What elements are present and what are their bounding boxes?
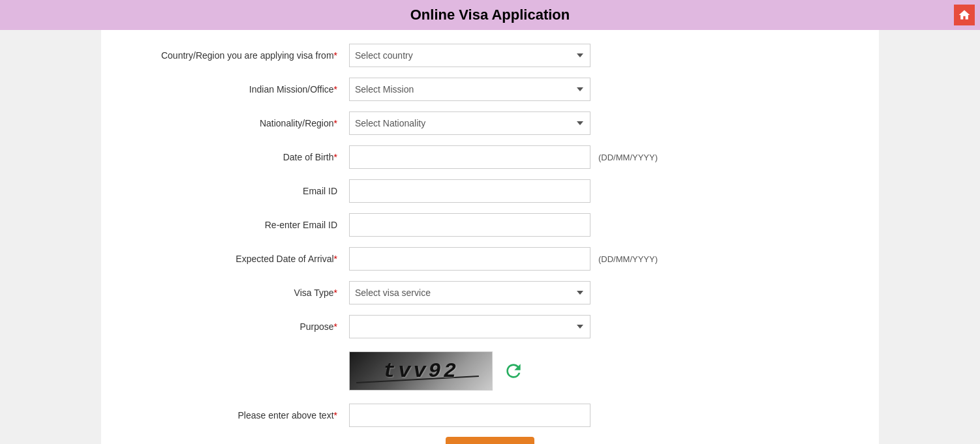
visa-type-label: Visa Type* — [101, 287, 349, 299]
arrival-input[interactable] — [349, 247, 590, 271]
country-label: Country/Region you are applying visa fro… — [101, 50, 349, 61]
captcha-text: tvv92 — [383, 359, 459, 383]
continue-button[interactable]: Continue — [446, 437, 534, 444]
captcha-input-label: Please enter above text* — [101, 409, 349, 421]
captcha-refresh-icon[interactable] — [503, 361, 524, 381]
nationality-label: Nationality/Region* — [101, 117, 349, 129]
captcha-input-row: Please enter above text* — [101, 403, 879, 428]
captcha-input[interactable] — [349, 404, 590, 427]
captcha-image-row: tvv92 — [101, 348, 879, 394]
visa-type-select[interactable]: Select visa service — [349, 281, 590, 304]
dob-suffix: (DD/MM/YYYY) — [598, 153, 658, 162]
home-icon[interactable] — [954, 5, 975, 25]
email-label: Email ID — [101, 185, 349, 197]
continue-row: Continue — [101, 437, 879, 444]
purpose-row: Purpose* — [101, 314, 879, 339]
country-row: Country/Region you are applying visa fro… — [101, 43, 879, 68]
page-title: Online Visa Application — [410, 7, 570, 23]
dob-label: Date of Birth* — [101, 151, 349, 163]
email-input[interactable] — [349, 179, 590, 203]
dob-input[interactable] — [349, 145, 590, 169]
header-bar: Online Visa Application — [0, 0, 980, 30]
mission-label: Indian Mission/Office* — [101, 83, 349, 95]
nationality-row: Nationality/Region* Select Nationality — [101, 111, 879, 136]
captcha-image: tvv92 — [349, 351, 493, 391]
visa-type-row: Visa Type* Select visa service — [101, 280, 879, 305]
arrival-suffix: (DD/MM/YYYY) — [598, 254, 658, 264]
arrival-label: Expected Date of Arrival* — [101, 253, 349, 265]
email-row: Email ID — [101, 179, 879, 203]
reenter-email-row: Re-enter Email ID — [101, 213, 879, 237]
purpose-label: Purpose* — [101, 321, 349, 333]
dob-row: Date of Birth* (DD/MM/YYYY) — [101, 145, 879, 170]
nationality-select[interactable]: Select Nationality — [349, 111, 590, 135]
arrival-row: Expected Date of Arrival* (DD/MM/YYYY) — [101, 246, 879, 271]
reenter-email-label: Re-enter Email ID — [101, 219, 349, 231]
main-content: Country/Region you are applying visa fro… — [101, 30, 879, 444]
mission-row: Indian Mission/Office* Select Mission — [101, 77, 879, 102]
purpose-select[interactable] — [349, 315, 590, 338]
country-select[interactable]: Select country — [349, 44, 590, 67]
mission-select[interactable]: Select Mission — [349, 78, 590, 101]
reenter-email-input[interactable] — [349, 213, 590, 237]
